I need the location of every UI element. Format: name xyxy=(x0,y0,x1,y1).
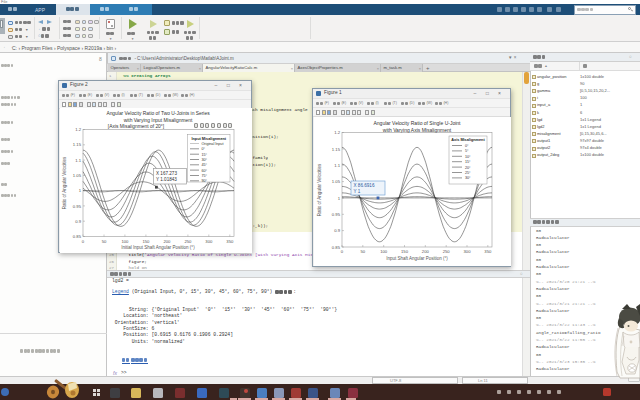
svg-text:300: 300 xyxy=(464,249,472,254)
svg-text:[Axis Misalignment of 20°]: [Axis Misalignment of 20°] xyxy=(108,124,165,129)
svg-text:1.2: 1.2 xyxy=(334,130,340,135)
svg-text:45°: 45° xyxy=(202,163,208,167)
svg-text:Y 1.01843: Y 1.01843 xyxy=(156,177,177,182)
svg-text:150: 150 xyxy=(401,249,409,254)
svg-text:X 167.273: X 167.273 xyxy=(156,171,177,176)
svg-text:1.15: 1.15 xyxy=(73,142,82,147)
svg-text:350: 350 xyxy=(226,239,234,244)
svg-text:75°: 75° xyxy=(202,174,208,178)
svg-text:200: 200 xyxy=(422,249,430,254)
svg-text:0.9: 0.9 xyxy=(334,228,340,233)
svg-text:0.85: 0.85 xyxy=(73,234,82,239)
svg-text:250: 250 xyxy=(184,239,192,244)
svg-text:30°: 30° xyxy=(465,176,471,180)
svg-text:100: 100 xyxy=(380,249,388,254)
svg-text:Angular Velocity Ratio of Two: Angular Velocity Ratio of Two U-Joints i… xyxy=(106,111,210,116)
svg-text:0.95: 0.95 xyxy=(332,212,341,217)
svg-text:Ratio of Angular Velocities: Ratio of Angular Velocities xyxy=(317,163,322,216)
svg-text:1.2: 1.2 xyxy=(75,127,81,132)
svg-text:Initial Input Shaft Angular Po: Initial Input Shaft Angular Position (°) xyxy=(121,245,195,250)
svg-text:50: 50 xyxy=(102,239,107,244)
svg-text:Input Misalignment: Input Misalignment xyxy=(192,137,227,141)
svg-text:25°: 25° xyxy=(465,171,471,175)
svg-text:0.85: 0.85 xyxy=(332,245,341,250)
svg-text:1.1: 1.1 xyxy=(334,163,340,168)
svg-text:Ratio of Angular Velocities: Ratio of Angular Velocities xyxy=(62,156,67,209)
svg-text:with Varying Input Misalignmen: with Varying Input Misalignment xyxy=(124,118,193,123)
svg-text:0°: 0° xyxy=(202,147,206,151)
svg-text:Axis Misalignment: Axis Misalignment xyxy=(451,138,485,142)
svg-text:50: 50 xyxy=(360,249,365,254)
svg-text:15°: 15° xyxy=(465,160,471,164)
svg-text:with Varying Axis Misalignment: with Varying Axis Misalignment xyxy=(383,127,452,133)
svg-text:100: 100 xyxy=(121,239,129,244)
svg-text:30°: 30° xyxy=(202,158,208,162)
svg-text:350: 350 xyxy=(484,249,492,254)
svg-text:1.05: 1.05 xyxy=(332,179,341,184)
svg-text:150: 150 xyxy=(142,239,150,244)
svg-text:300: 300 xyxy=(205,239,213,244)
svg-text:60°: 60° xyxy=(202,169,208,173)
svg-text:15°: 15° xyxy=(202,153,208,157)
svg-text:5°: 5° xyxy=(465,149,469,153)
svg-text:0.95: 0.95 xyxy=(73,204,82,209)
svg-text:20°: 20° xyxy=(465,166,471,170)
svg-text:0°: 0° xyxy=(465,144,469,148)
svg-text:1.1: 1.1 xyxy=(75,158,81,163)
svg-text:X 86.6916: X 86.6916 xyxy=(354,183,375,188)
svg-text:1.15: 1.15 xyxy=(332,147,341,152)
svg-text:1.05: 1.05 xyxy=(73,173,82,178)
svg-text:200: 200 xyxy=(163,239,171,244)
svg-text:10°: 10° xyxy=(465,155,471,159)
svg-text:Original Input: Original Input xyxy=(202,142,224,146)
svg-text:Angular Velocity Ratio of Sing: Angular Velocity Ratio of Single U-Joint xyxy=(374,120,462,126)
svg-text:0.9: 0.9 xyxy=(75,219,81,224)
svg-text:Y 1: Y 1 xyxy=(354,189,361,194)
svg-text:90°: 90° xyxy=(202,179,208,183)
svg-text:250: 250 xyxy=(443,249,451,254)
svg-text:Input Shaft Angular Position (: Input Shaft Angular Position (°) xyxy=(386,256,448,261)
